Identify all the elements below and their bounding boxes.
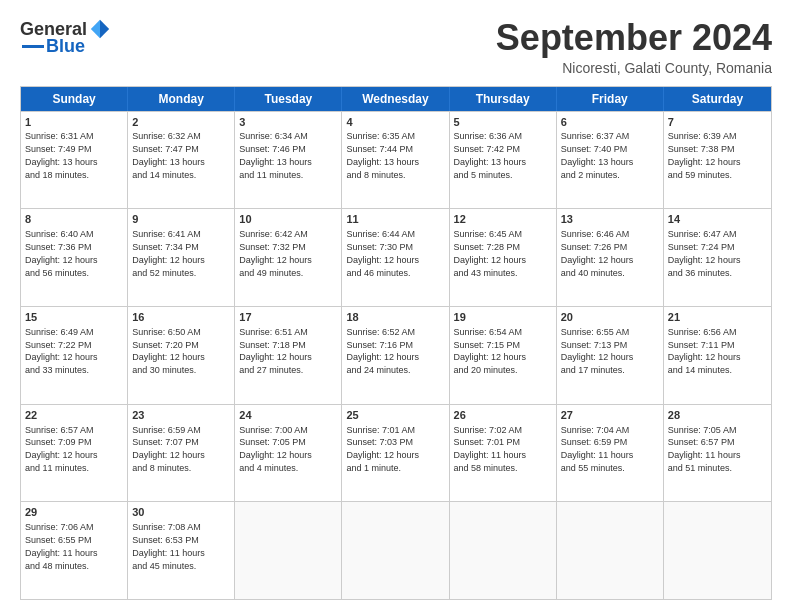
cell-info: Sunrise: 6:57 AM Sunset: 7:09 PM Dayligh…	[25, 425, 98, 473]
cal-cell-0-5: 6Sunrise: 6:37 AM Sunset: 7:40 PM Daylig…	[557, 112, 664, 209]
cal-cell-4-4	[450, 502, 557, 599]
cell-info: Sunrise: 6:42 AM Sunset: 7:32 PM Dayligh…	[239, 229, 312, 277]
day-number: 22	[25, 408, 123, 423]
day-number: 7	[668, 115, 767, 130]
cell-info: Sunrise: 6:39 AM Sunset: 7:38 PM Dayligh…	[668, 131, 741, 179]
logo-blue: Blue	[46, 36, 85, 57]
day-number: 18	[346, 310, 444, 325]
cell-info: Sunrise: 6:54 AM Sunset: 7:15 PM Dayligh…	[454, 327, 527, 375]
day-number: 25	[346, 408, 444, 423]
cal-cell-2-3: 18Sunrise: 6:52 AM Sunset: 7:16 PM Dayli…	[342, 307, 449, 404]
day-number: 28	[668, 408, 767, 423]
cal-cell-0-3: 4Sunrise: 6:35 AM Sunset: 7:44 PM Daylig…	[342, 112, 449, 209]
day-number: 27	[561, 408, 659, 423]
cell-info: Sunrise: 6:51 AM Sunset: 7:18 PM Dayligh…	[239, 327, 312, 375]
day-number: 3	[239, 115, 337, 130]
cell-info: Sunrise: 6:55 AM Sunset: 7:13 PM Dayligh…	[561, 327, 634, 375]
day-number: 13	[561, 212, 659, 227]
header-friday: Friday	[557, 87, 664, 111]
day-number: 24	[239, 408, 337, 423]
cell-info: Sunrise: 6:44 AM Sunset: 7:30 PM Dayligh…	[346, 229, 419, 277]
cell-info: Sunrise: 7:04 AM Sunset: 6:59 PM Dayligh…	[561, 425, 634, 473]
week-row-2: 15Sunrise: 6:49 AM Sunset: 7:22 PM Dayli…	[21, 306, 771, 404]
cal-cell-2-1: 16Sunrise: 6:50 AM Sunset: 7:20 PM Dayli…	[128, 307, 235, 404]
cal-cell-4-6	[664, 502, 771, 599]
cal-cell-1-2: 10Sunrise: 6:42 AM Sunset: 7:32 PM Dayli…	[235, 209, 342, 306]
cal-cell-3-4: 26Sunrise: 7:02 AM Sunset: 7:01 PM Dayli…	[450, 405, 557, 502]
cal-cell-2-2: 17Sunrise: 6:51 AM Sunset: 7:18 PM Dayli…	[235, 307, 342, 404]
cell-info: Sunrise: 6:59 AM Sunset: 7:07 PM Dayligh…	[132, 425, 205, 473]
logo-icon	[89, 18, 111, 40]
cal-cell-0-2: 3Sunrise: 6:34 AM Sunset: 7:46 PM Daylig…	[235, 112, 342, 209]
day-number: 30	[132, 505, 230, 520]
calendar-header: Sunday Monday Tuesday Wednesday Thursday…	[21, 87, 771, 111]
cal-cell-2-5: 20Sunrise: 6:55 AM Sunset: 7:13 PM Dayli…	[557, 307, 664, 404]
cal-cell-1-4: 12Sunrise: 6:45 AM Sunset: 7:28 PM Dayli…	[450, 209, 557, 306]
logo: General Blue	[20, 18, 111, 57]
day-number: 29	[25, 505, 123, 520]
cal-cell-0-6: 7Sunrise: 6:39 AM Sunset: 7:38 PM Daylig…	[664, 112, 771, 209]
cell-info: Sunrise: 6:47 AM Sunset: 7:24 PM Dayligh…	[668, 229, 741, 277]
day-number: 5	[454, 115, 552, 130]
day-number: 16	[132, 310, 230, 325]
day-number: 8	[25, 212, 123, 227]
cell-info: Sunrise: 6:50 AM Sunset: 7:20 PM Dayligh…	[132, 327, 205, 375]
header-sunday: Sunday	[21, 87, 128, 111]
cell-info: Sunrise: 6:36 AM Sunset: 7:42 PM Dayligh…	[454, 131, 527, 179]
week-row-3: 22Sunrise: 6:57 AM Sunset: 7:09 PM Dayli…	[21, 404, 771, 502]
cal-cell-3-6: 28Sunrise: 7:05 AM Sunset: 6:57 PM Dayli…	[664, 405, 771, 502]
cell-info: Sunrise: 7:05 AM Sunset: 6:57 PM Dayligh…	[668, 425, 741, 473]
day-number: 26	[454, 408, 552, 423]
cal-cell-3-5: 27Sunrise: 7:04 AM Sunset: 6:59 PM Dayli…	[557, 405, 664, 502]
cell-info: Sunrise: 6:31 AM Sunset: 7:49 PM Dayligh…	[25, 131, 98, 179]
cal-cell-3-0: 22Sunrise: 6:57 AM Sunset: 7:09 PM Dayli…	[21, 405, 128, 502]
cal-cell-2-4: 19Sunrise: 6:54 AM Sunset: 7:15 PM Dayli…	[450, 307, 557, 404]
calendar-body: 1Sunrise: 6:31 AM Sunset: 7:49 PM Daylig…	[21, 111, 771, 599]
cell-info: Sunrise: 7:08 AM Sunset: 6:53 PM Dayligh…	[132, 522, 205, 570]
cal-cell-1-6: 14Sunrise: 6:47 AM Sunset: 7:24 PM Dayli…	[664, 209, 771, 306]
cal-cell-4-5	[557, 502, 664, 599]
day-number: 17	[239, 310, 337, 325]
day-number: 10	[239, 212, 337, 227]
title-block: September 2024 Nicoresti, Galati County,…	[496, 18, 772, 76]
cal-cell-1-3: 11Sunrise: 6:44 AM Sunset: 7:30 PM Dayli…	[342, 209, 449, 306]
header: General Blue September 2024 Nicoresti, G…	[20, 18, 772, 76]
cell-info: Sunrise: 6:34 AM Sunset: 7:46 PM Dayligh…	[239, 131, 312, 179]
day-number: 23	[132, 408, 230, 423]
cal-cell-1-5: 13Sunrise: 6:46 AM Sunset: 7:26 PM Dayli…	[557, 209, 664, 306]
cal-cell-2-6: 21Sunrise: 6:56 AM Sunset: 7:11 PM Dayli…	[664, 307, 771, 404]
cell-info: Sunrise: 6:52 AM Sunset: 7:16 PM Dayligh…	[346, 327, 419, 375]
cal-cell-4-1: 30Sunrise: 7:08 AM Sunset: 6:53 PM Dayli…	[128, 502, 235, 599]
cell-info: Sunrise: 6:49 AM Sunset: 7:22 PM Dayligh…	[25, 327, 98, 375]
day-number: 2	[132, 115, 230, 130]
cal-cell-1-1: 9Sunrise: 6:41 AM Sunset: 7:34 PM Daylig…	[128, 209, 235, 306]
cell-info: Sunrise: 6:56 AM Sunset: 7:11 PM Dayligh…	[668, 327, 741, 375]
cal-cell-0-1: 2Sunrise: 6:32 AM Sunset: 7:47 PM Daylig…	[128, 112, 235, 209]
month-title: September 2024	[496, 18, 772, 58]
cal-cell-3-1: 23Sunrise: 6:59 AM Sunset: 7:07 PM Dayli…	[128, 405, 235, 502]
cell-info: Sunrise: 6:46 AM Sunset: 7:26 PM Dayligh…	[561, 229, 634, 277]
calendar: Sunday Monday Tuesday Wednesday Thursday…	[20, 86, 772, 600]
day-number: 11	[346, 212, 444, 227]
cell-info: Sunrise: 6:41 AM Sunset: 7:34 PM Dayligh…	[132, 229, 205, 277]
day-number: 14	[668, 212, 767, 227]
cell-info: Sunrise: 6:45 AM Sunset: 7:28 PM Dayligh…	[454, 229, 527, 277]
header-thursday: Thursday	[450, 87, 557, 111]
cell-info: Sunrise: 6:35 AM Sunset: 7:44 PM Dayligh…	[346, 131, 419, 179]
cal-cell-4-2	[235, 502, 342, 599]
cal-cell-3-3: 25Sunrise: 7:01 AM Sunset: 7:03 PM Dayli…	[342, 405, 449, 502]
header-saturday: Saturday	[664, 87, 771, 111]
day-number: 15	[25, 310, 123, 325]
cell-info: Sunrise: 7:06 AM Sunset: 6:55 PM Dayligh…	[25, 522, 98, 570]
cell-info: Sunrise: 7:01 AM Sunset: 7:03 PM Dayligh…	[346, 425, 419, 473]
cal-cell-3-2: 24Sunrise: 7:00 AM Sunset: 7:05 PM Dayli…	[235, 405, 342, 502]
header-tuesday: Tuesday	[235, 87, 342, 111]
subtitle: Nicoresti, Galati County, Romania	[496, 60, 772, 76]
cell-info: Sunrise: 6:37 AM Sunset: 7:40 PM Dayligh…	[561, 131, 634, 179]
header-wednesday: Wednesday	[342, 87, 449, 111]
day-number: 20	[561, 310, 659, 325]
cal-cell-2-0: 15Sunrise: 6:49 AM Sunset: 7:22 PM Dayli…	[21, 307, 128, 404]
cal-cell-0-4: 5Sunrise: 6:36 AM Sunset: 7:42 PM Daylig…	[450, 112, 557, 209]
cal-cell-0-0: 1Sunrise: 6:31 AM Sunset: 7:49 PM Daylig…	[21, 112, 128, 209]
day-number: 21	[668, 310, 767, 325]
